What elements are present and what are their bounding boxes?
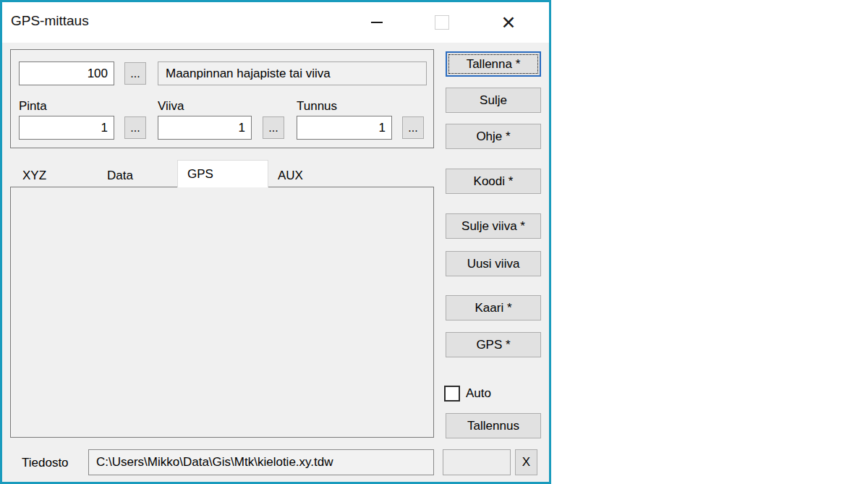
- uusi-viiva-button[interactable]: Uusi viiva: [446, 251, 541, 276]
- minimize-button[interactable]: [361, 2, 393, 43]
- tab-aux-label: AUX: [278, 169, 303, 183]
- window-title: GPS-mittaus: [11, 13, 89, 29]
- sulje-button[interactable]: Sulje: [446, 88, 541, 113]
- gps-mittaus-dialog: GPS-mittaus ✕ 100 ... Maanpinnan hajapis…: [0, 0, 551, 484]
- tab-gps-label: GPS: [187, 167, 213, 182]
- screen: GPS-mittaus ✕ 100 ... Maanpinnan hajapis…: [0, 0, 868, 484]
- tab-data-label: Data: [107, 169, 133, 183]
- tab-xyz[interactable]: XYZ: [13, 164, 98, 187]
- code-browse-button[interactable]: ...: [124, 62, 146, 85]
- tab-aux[interactable]: AUX: [268, 164, 349, 187]
- gps-button[interactable]: GPS *: [446, 332, 541, 357]
- close-icon: ✕: [501, 14, 516, 32]
- tunnus-label: Tunnus: [297, 99, 337, 114]
- maximize-button: [426, 2, 458, 43]
- pinta-browse-button[interactable]: ...: [124, 116, 146, 139]
- tiedosto-label: Tiedosto: [22, 456, 69, 470]
- footer-status-field: [443, 449, 511, 475]
- viiva-browse-button[interactable]: ...: [263, 116, 284, 139]
- titlebar: GPS-mittaus ✕: [2, 2, 549, 43]
- tab-gps[interactable]: GPS: [177, 160, 268, 187]
- pinta-input[interactable]: 1: [19, 116, 114, 140]
- koodi-button[interactable]: Koodi *: [446, 169, 541, 194]
- tab-data[interactable]: Data: [98, 164, 177, 187]
- clear-file-button[interactable]: X: [515, 449, 537, 475]
- tab-xyz-label: XYZ: [22, 169, 46, 183]
- file-path-field: C:\Users\Mikko\Data\Gis\Mtk\kielotie.xy.…: [88, 449, 434, 475]
- kaari-button[interactable]: Kaari *: [446, 295, 541, 320]
- code-input[interactable]: 100: [19, 61, 114, 85]
- tallennus-button[interactable]: Tallennus: [446, 413, 541, 438]
- ohje-button[interactable]: Ohje *: [446, 124, 541, 149]
- auto-checkbox[interactable]: [444, 386, 460, 402]
- tunnus-input[interactable]: 1: [297, 116, 392, 140]
- minimize-icon: [371, 22, 383, 23]
- gps-tab-panel: [10, 187, 434, 438]
- sulje-viiva-button[interactable]: Sulje viiva *: [446, 213, 541, 239]
- tallenna-button[interactable]: Tallenna *: [446, 51, 541, 77]
- close-button[interactable]: ✕: [493, 2, 524, 43]
- maximize-icon: [435, 15, 449, 30]
- auto-checkbox-label: Auto: [466, 386, 491, 401]
- code-description-field: Maanpinnan hajapiste tai viiva: [158, 61, 427, 85]
- pinta-label: Pinta: [19, 99, 47, 114]
- tunnus-browse-button[interactable]: ...: [402, 116, 424, 139]
- viiva-label: Viiva: [158, 99, 184, 114]
- viiva-input[interactable]: 1: [158, 116, 252, 140]
